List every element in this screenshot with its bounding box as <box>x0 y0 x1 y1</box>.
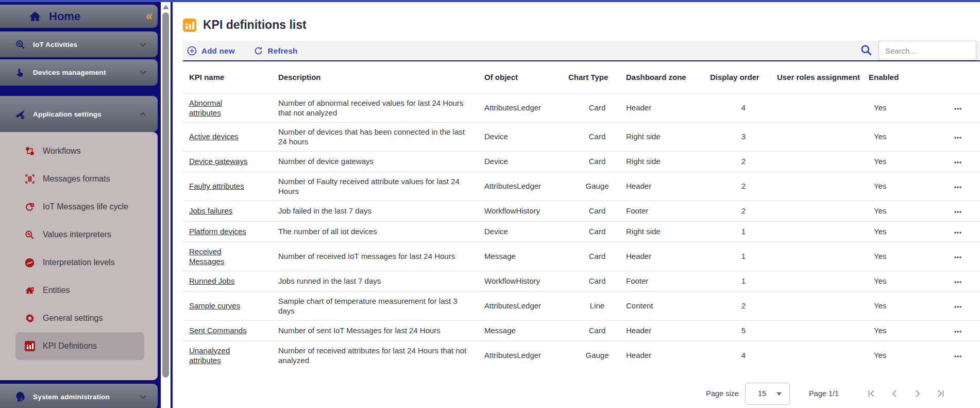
of-object-cell: Message <box>484 252 516 260</box>
kpi-name-link[interactable]: Faulty attributes <box>189 182 244 190</box>
sidebar-collapse-button[interactable]: « <box>146 10 153 22</box>
add-new-button[interactable]: Add new <box>187 46 235 56</box>
column-header-actions <box>936 61 980 93</box>
kpi-name-link[interactable]: Sent Commands <box>189 326 247 335</box>
table-header-row: KPI nameDescriptionOf objectChart TypeDa… <box>183 61 980 93</box>
sidebar-item-label: Entities <box>43 286 70 295</box>
workflow-icon <box>24 146 35 157</box>
sidebar-item-interpretation-levels[interactable]: Interpretation levels <box>15 249 144 276</box>
row-actions-button[interactable] <box>952 181 964 192</box>
page-title-row: KPI definitions list <box>183 18 980 32</box>
row-actions-button[interactable] <box>952 156 964 168</box>
row-actions-button[interactable] <box>952 300 964 312</box>
kpi-name-link[interactable]: Device gateways <box>189 157 247 166</box>
of-object-cell: Device <box>484 227 508 236</box>
table-row: Abnormal attributesNumber of abnormal re… <box>183 93 980 122</box>
page-size-value: 15 <box>758 389 766 398</box>
sidebar-item-values-interpreters[interactable]: Values interpreters <box>15 221 144 249</box>
pagination: Page size 15 Page 1/1 <box>706 381 952 406</box>
sidebar-section-label: Devices management <box>33 69 106 76</box>
enabled-cell: Yes <box>874 276 886 285</box>
of-object-cell: AttributesLedger <box>484 351 541 360</box>
kpi-name-link[interactable]: Unanalyzed attributes <box>189 346 230 365</box>
next-page-button[interactable] <box>906 389 929 398</box>
application-settings-icon <box>14 108 26 120</box>
row-actions-button[interactable] <box>952 226 964 238</box>
row-actions-button[interactable] <box>952 205 964 217</box>
row-actions-button[interactable] <box>952 131 964 143</box>
of-object-cell: WorkflowHistory <box>484 206 540 215</box>
values-interpreters-icon <box>24 230 35 240</box>
column-header: Display order <box>710 61 777 93</box>
kpi-name-link[interactable]: Jobs failures <box>189 206 232 215</box>
dashboard-zone-cell: Right side <box>626 132 661 141</box>
sidebar-home[interactable]: Home « <box>0 5 158 28</box>
of-object-cell: Device <box>484 157 508 166</box>
dashboard-zone-cell: Footer <box>626 206 648 215</box>
pagination-nav <box>859 389 952 398</box>
page-indicator: Page 1/1 <box>809 389 839 398</box>
messages-lifecycle-icon <box>24 202 35 213</box>
kpi-name-link[interactable]: Received Messages <box>189 247 224 266</box>
prev-page-button[interactable] <box>883 389 906 398</box>
kpi-name-link[interactable]: Platform devices <box>189 227 246 236</box>
sidebar-item-kpi-definitions[interactable]: KPI Definitions <box>15 332 144 360</box>
table-row: Sent CommandsNumber of sent IoT Messages… <box>183 320 980 341</box>
scroll-up-arrow-icon[interactable] <box>163 5 169 9</box>
row-actions-button[interactable] <box>952 275 964 287</box>
kpi-name-link[interactable]: Abnormal attributes <box>189 99 222 118</box>
sidebar-section-iot-activities[interactable]: IoT Activities <box>0 31 158 57</box>
sidebar-item-iot-messages-life-cycle[interactable]: IoT Messages life cycle <box>15 193 144 221</box>
description-cell: Sample chart of temperature measurement … <box>278 297 458 316</box>
search-input[interactable] <box>878 41 976 60</box>
sidebar-item-entities[interactable]: Entities <box>15 276 144 304</box>
sidebar-scrollbar-thumb[interactable] <box>162 12 169 378</box>
sidebar-section-devices-management[interactable]: Devices management <box>0 59 158 86</box>
iot-activities-icon <box>14 39 26 50</box>
sidebar-item-general-settings[interactable]: General settings <box>15 304 144 332</box>
page-title: KPI definitions list <box>203 18 307 32</box>
refresh-label: Refresh <box>268 46 298 55</box>
sidebar-item-workflows[interactable]: Workflows <box>15 137 144 165</box>
chart-type-cell: Card <box>589 227 606 236</box>
search-icon[interactable] <box>860 44 873 57</box>
column-header: Description <box>278 61 484 93</box>
display-order-cell: 2 <box>741 157 746 166</box>
add-circle-icon <box>187 46 197 56</box>
kpi-name-link[interactable]: Sample curves <box>189 301 240 310</box>
enabled-cell: Yes <box>874 252 886 260</box>
chart-type-cell: Card <box>589 157 606 166</box>
sidebar-item-label: General settings <box>43 314 103 323</box>
table-row: Runned JobsJobs runned in the last 7 day… <box>183 271 980 291</box>
sidebar: Home « IoT Activities Devices management… <box>0 0 161 408</box>
sidebar-item-messages-formats[interactable]: Messages formats <box>15 165 144 193</box>
description-cell: Number of received IoT messages for last… <box>278 252 455 260</box>
sidebar-section-system-administration[interactable]: System administration <box>0 384 158 408</box>
home-icon <box>28 10 42 23</box>
chart-type-cell: Line <box>590 301 604 310</box>
row-actions-button[interactable] <box>952 102 964 114</box>
table-row: Faulty attributesNumber of Faulty receiv… <box>183 172 980 201</box>
description-cell: Job failed in the last 7 days <box>278 206 371 215</box>
refresh-button[interactable]: Refresh <box>254 46 298 56</box>
dashboard-zone-cell: Header <box>626 182 651 190</box>
sidebar-section-label: System administration <box>33 393 110 401</box>
first-page-button[interactable] <box>859 389 883 398</box>
display-order-cell: 5 <box>741 326 746 335</box>
sidebar-item-label: Interpretation levels <box>43 258 115 267</box>
description-cell: Jobs runned in the last 7 days <box>278 276 381 285</box>
kpi-name-link[interactable]: Active devices <box>189 132 239 141</box>
sidebar-item-label: Workflows <box>43 146 81 156</box>
dashboard-zone-cell: Header <box>626 103 651 112</box>
row-actions-button[interactable] <box>952 350 964 362</box>
page-size-select[interactable]: 15 <box>745 383 790 405</box>
table-row: Active devicesNumber of devices that has… <box>183 122 980 151</box>
sidebar-item-label: KPI Definitions <box>43 341 97 351</box>
row-actions-button[interactable] <box>952 325 964 337</box>
kpi-name-link[interactable]: Runned Jobs <box>189 276 234 285</box>
last-page-button[interactable] <box>929 389 952 398</box>
sidebar-section-application-settings[interactable]: Application settings <box>0 96 158 132</box>
row-actions-button[interactable] <box>952 251 964 263</box>
description-cell: The number of all iot devices <box>278 227 377 236</box>
kpi-definitions-icon <box>24 341 35 352</box>
